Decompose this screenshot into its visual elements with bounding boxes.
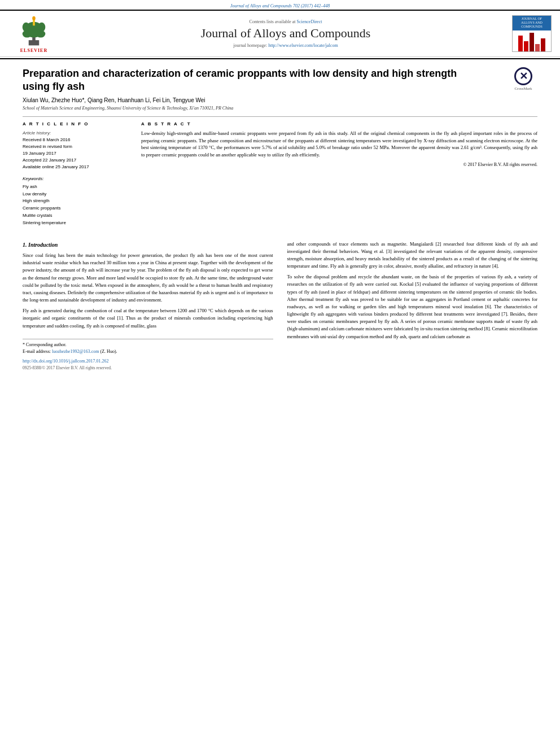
keyword-2: Low density: [23, 191, 124, 198]
article-info-column: A R T I C L E I N F O Article history: R…: [23, 121, 124, 227]
article-history: Article history: Received 8 March 2016 R…: [23, 130, 124, 171]
contents-available-line: Contents lists available at ScienceDirec…: [68, 19, 504, 24]
keywords-section: Keywords: Fly ash Low density High stren…: [23, 176, 124, 227]
article-info-label: A R T I C L E I N F O: [23, 121, 124, 126]
received-date: Received 8 March 2016: [23, 137, 71, 142]
received-revised-date: 19 January 2017: [23, 151, 56, 156]
copyright-line: © 2017 Elsevier B.V. All rights reserved…: [141, 162, 537, 167]
email-link[interactable]: luozhezhe1992@163.com: [52, 349, 99, 354]
abstract-label: A B S T R A C T: [141, 121, 537, 126]
history-label: Article history:: [23, 130, 51, 136]
homepage-line: journal homepage: http://www.elsevier.co…: [68, 43, 504, 48]
journal-reference: Journal of Alloys and Compounds 702 (201…: [0, 0, 560, 10]
authors-line: Xiulan Wu, Zhezhe Huo*, Qiang Ren, Huanh…: [23, 97, 537, 103]
crossmark-icon: ✕: [514, 67, 532, 85]
elsevier-logo-section: ELSEVIER: [6, 14, 62, 53]
keyword-5: Mullite crystals: [23, 212, 124, 220]
cover-bar-1: [518, 36, 523, 52]
corresponding-note: * Corresponding author.: [23, 342, 273, 348]
sciencedirect-link[interactable]: ScienceDirect: [297, 19, 322, 24]
email-note: (Z. Huo).: [100, 349, 117, 354]
section-1-heading: 1. Introduction: [23, 241, 273, 250]
contents-text: Contents lists available at: [250, 19, 296, 24]
article-title: Preparation and characterization of cera…: [23, 67, 485, 94]
cover-chart: [516, 30, 548, 52]
journal-cover-thumbnail: JOURNAL OFALLOYS ANDCOMPOUNDS: [512, 15, 552, 52]
keywords-list: Fly ash Low density High strength Cerami…: [23, 184, 124, 227]
keyword-6: Sintering temperature: [23, 220, 124, 227]
journal-ref-bar: Journal of Alloys and Compounds 702 (201…: [0, 0, 560, 10]
section-divider-1: [23, 116, 537, 117]
keyword-3: High strength: [23, 198, 124, 205]
rights-line: 0925-8388/© 2017 Elsevier B.V. All right…: [23, 365, 273, 372]
keywords-title: Keywords:: [23, 176, 124, 181]
cover-title-label: JOURNAL OFALLOYS ANDCOMPOUNDS: [513, 16, 551, 30]
article-title-section: Preparation and characterization of cera…: [23, 67, 537, 94]
svg-point-8: [32, 16, 36, 20]
doi-line[interactable]: http://dx.doi.org/10.1016/j.jallcom.2017…: [23, 358, 273, 365]
affiliation-line: School of Materials Science and Engineer…: [23, 106, 537, 111]
intro-para-3: and other compounds of trace elements su…: [287, 241, 538, 270]
intro-col-left: 1. Introduction Since coal firing has be…: [23, 241, 273, 372]
cover-bar-4: [535, 44, 540, 52]
email-label: E-mail address:: [23, 349, 51, 354]
body-container: 1. Introduction Since coal firing has be…: [0, 235, 560, 377]
journal-title: Journal of Alloys and Compounds: [68, 26, 504, 41]
svg-point-6: [38, 23, 45, 32]
elsevier-tree-icon: [11, 14, 56, 48]
received-revised-label: Received in revised form: [23, 144, 72, 149]
intro-para-2: Fly ash is generated during the combusti…: [23, 307, 273, 330]
keyword-4: Ceramic proppants: [23, 205, 124, 212]
svg-point-5: [23, 23, 30, 32]
crossmark-label: CrossMark: [514, 86, 532, 91]
crossmark-badge[interactable]: ✕ CrossMark: [509, 67, 537, 91]
intro-para-1: Since coal firing has been the main tech…: [23, 252, 273, 304]
intro-para-4: To solve the disposal problem and recycl…: [287, 273, 538, 340]
intro-col-right: and other compounds of trace elements su…: [287, 241, 538, 372]
footnote-area: * Corresponding author. E-mail address: …: [23, 339, 273, 372]
journal-header-center: Contents lists available at ScienceDirec…: [62, 19, 509, 48]
article-container: Preparation and characterization of cera…: [0, 58, 560, 235]
cover-bar-2: [524, 41, 528, 52]
homepage-url[interactable]: http://www.elsevier.com/locate/jalcom: [268, 43, 338, 48]
available-date: Available online 25 January 2017: [23, 164, 89, 169]
accepted-date: Accepted 22 January 2017: [23, 158, 76, 163]
introduction-section: 1. Introduction Since coal firing has be…: [23, 241, 537, 372]
journal-header: ELSEVIER Contents lists available at Sci…: [0, 10, 560, 57]
cover-bar-3: [530, 33, 534, 52]
elsevier-brand-label: ELSEVIER: [20, 48, 47, 53]
cover-bar-5: [541, 38, 545, 52]
email-line: E-mail address: luozhezhe1992@163.com (Z…: [23, 348, 273, 355]
keyword-1: Fly ash: [23, 184, 124, 191]
abstract-column: A B S T R A C T Low-density high-strengt…: [141, 121, 537, 227]
homepage-label: journal homepage:: [233, 43, 267, 48]
journal-cover-image: JOURNAL OFALLOYS ANDCOMPOUNDS: [509, 15, 554, 52]
abstract-text: Low-density high-strength and mullite-ba…: [141, 130, 537, 159]
article-info-abstract-section: A R T I C L E I N F O Article history: R…: [23, 121, 537, 227]
